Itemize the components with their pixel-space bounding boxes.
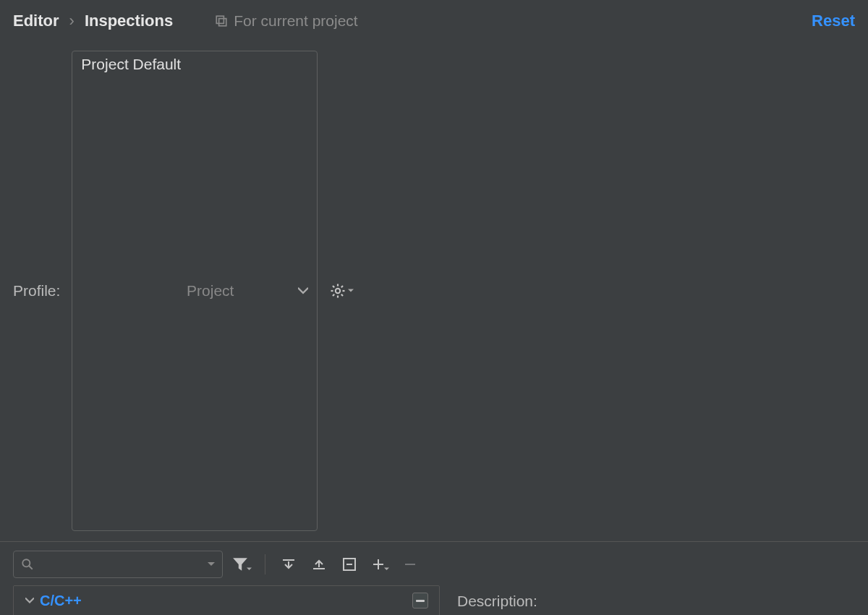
filter-icon xyxy=(232,557,248,572)
profile-scope-hint: Project xyxy=(187,282,292,300)
svg-line-8 xyxy=(341,294,343,296)
breadcrumb-sep-icon: › xyxy=(69,12,75,30)
plus-icon xyxy=(371,557,386,572)
square-minus-icon xyxy=(342,557,357,572)
remove-button[interactable] xyxy=(399,553,422,576)
svg-point-11 xyxy=(22,559,30,567)
chevron-down-icon xyxy=(298,287,308,294)
for-current-project-label: For current project xyxy=(215,12,358,30)
chevron-down-icon xyxy=(208,562,215,567)
expand-all-icon xyxy=(281,557,296,572)
svg-line-9 xyxy=(333,294,334,296)
collapse-all-icon xyxy=(312,557,326,572)
copy-icon xyxy=(215,14,228,27)
description-label: Description: xyxy=(457,593,851,610)
inspection-tree[interactable]: C/C++Data flow analysisDeclaration order… xyxy=(13,585,440,615)
search-input[interactable] xyxy=(13,551,223,578)
reset-link[interactable]: Reset xyxy=(812,12,855,30)
tree-row-label: C/C++ xyxy=(40,593,390,609)
breadcrumb-current: Inspections xyxy=(85,12,173,30)
add-button[interactable] xyxy=(368,553,391,576)
profile-value: Project Default xyxy=(81,56,181,526)
minus-icon xyxy=(403,557,417,572)
breadcrumb: Editor › Inspections For current project xyxy=(13,12,358,30)
svg-line-7 xyxy=(333,286,334,287)
expand-all-button[interactable] xyxy=(277,553,300,576)
profile-select[interactable]: Project Default Project xyxy=(72,51,318,531)
tree-row[interactable]: C/C++ xyxy=(14,586,439,615)
breadcrumb-parent[interactable]: Editor xyxy=(13,12,59,30)
reset-defaults-button[interactable] xyxy=(338,553,361,576)
gear-icon xyxy=(329,282,346,300)
svg-line-10 xyxy=(341,286,343,287)
checkbox[interactable] xyxy=(412,593,428,608)
chevron-down-icon[interactable] xyxy=(20,597,40,604)
profile-label: Profile: xyxy=(13,282,60,300)
svg-point-2 xyxy=(336,289,340,293)
svg-line-12 xyxy=(29,566,33,569)
filter-button[interactable] xyxy=(230,553,253,576)
search-icon xyxy=(21,558,34,571)
svg-rect-0 xyxy=(216,16,224,23)
profile-settings-button[interactable] xyxy=(329,282,354,300)
svg-rect-1 xyxy=(219,19,226,26)
collapse-all-button[interactable] xyxy=(307,553,331,576)
